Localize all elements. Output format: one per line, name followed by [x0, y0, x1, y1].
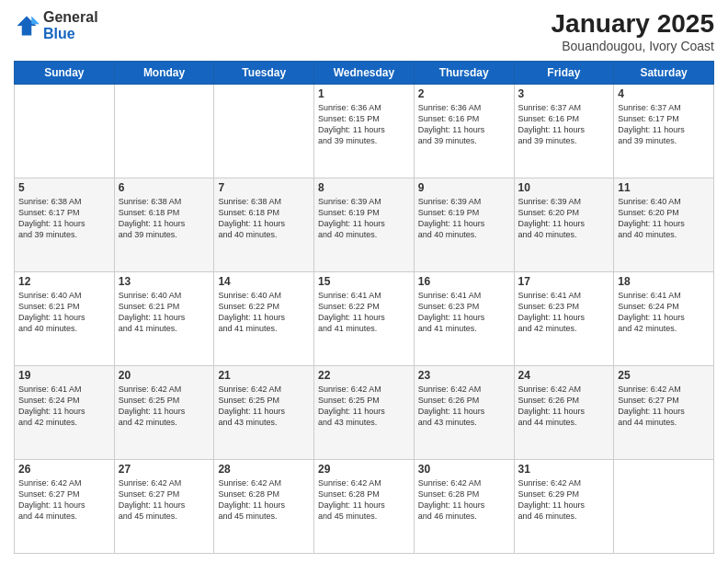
svg-marker-1 — [31, 16, 40, 24]
day-info: Sunrise: 6:42 AM Sunset: 6:27 PM Dayligh… — [618, 384, 710, 429]
day-number: 6 — [119, 181, 210, 194]
day-number: 22 — [318, 369, 410, 382]
calendar-week-2: 5Sunrise: 6:38 AM Sunset: 6:17 PM Daylig… — [15, 178, 714, 272]
day-info: Sunrise: 6:42 AM Sunset: 6:26 PM Dayligh… — [418, 384, 510, 429]
calendar-cell — [214, 85, 314, 178]
calendar-cell: 12Sunrise: 6:40 AM Sunset: 6:21 PM Dayli… — [15, 272, 115, 366]
day-number: 25 — [618, 369, 710, 382]
weekday-header-sunday: Sunday — [15, 62, 115, 85]
calendar-cell: 15Sunrise: 6:41 AM Sunset: 6:22 PM Dayli… — [314, 272, 415, 366]
calendar-location: Bouandougou, Ivory Coast — [552, 39, 714, 53]
page: General Blue January 2025 Bouandougou, I… — [0, 0, 728, 563]
day-number: 11 — [618, 181, 710, 194]
day-number: 28 — [218, 463, 310, 476]
calendar-cell: 31Sunrise: 6:42 AM Sunset: 6:29 PM Dayli… — [514, 460, 614, 554]
day-info: Sunrise: 6:38 AM Sunset: 6:17 PM Dayligh… — [18, 196, 110, 241]
day-info: Sunrise: 6:39 AM Sunset: 6:19 PM Dayligh… — [318, 196, 410, 241]
calendar-cell: 6Sunrise: 6:38 AM Sunset: 6:18 PM Daylig… — [114, 178, 214, 272]
calendar-title: January 2025 — [552, 9, 714, 39]
day-number: 2 — [418, 87, 510, 100]
day-number: 8 — [318, 181, 410, 194]
calendar-cell: 29Sunrise: 6:42 AM Sunset: 6:28 PM Dayli… — [314, 460, 415, 554]
day-info: Sunrise: 6:42 AM Sunset: 6:25 PM Dayligh… — [119, 384, 210, 429]
day-info: Sunrise: 6:37 AM Sunset: 6:17 PM Dayligh… — [618, 102, 710, 147]
day-info: Sunrise: 6:42 AM Sunset: 6:26 PM Dayligh… — [518, 384, 610, 429]
logo-icon — [14, 13, 40, 39]
day-info: Sunrise: 6:40 AM Sunset: 6:21 PM Dayligh… — [18, 290, 110, 335]
header: General Blue January 2025 Bouandougou, I… — [14, 9, 714, 53]
day-number: 1 — [318, 87, 410, 100]
day-info: Sunrise: 6:42 AM Sunset: 6:29 PM Dayligh… — [518, 477, 610, 523]
day-number: 5 — [18, 181, 110, 194]
day-info: Sunrise: 6:39 AM Sunset: 6:20 PM Dayligh… — [518, 196, 610, 241]
day-info: Sunrise: 6:36 AM Sunset: 6:15 PM Dayligh… — [318, 102, 410, 147]
weekday-header-wednesday: Wednesday — [314, 62, 415, 85]
day-number: 30 — [418, 463, 510, 476]
calendar-cell: 8Sunrise: 6:39 AM Sunset: 6:19 PM Daylig… — [314, 178, 415, 272]
day-number: 9 — [418, 181, 510, 194]
day-info: Sunrise: 6:42 AM Sunset: 6:25 PM Dayligh… — [218, 384, 310, 429]
day-number: 10 — [518, 181, 610, 194]
day-info: Sunrise: 6:42 AM Sunset: 6:28 PM Dayligh… — [418, 477, 510, 523]
calendar-cell — [614, 460, 714, 554]
calendar-cell: 22Sunrise: 6:42 AM Sunset: 6:25 PM Dayli… — [314, 366, 415, 460]
day-info: Sunrise: 6:39 AM Sunset: 6:19 PM Dayligh… — [418, 196, 510, 241]
day-info: Sunrise: 6:36 AM Sunset: 6:16 PM Dayligh… — [418, 102, 510, 147]
day-info: Sunrise: 6:41 AM Sunset: 6:24 PM Dayligh… — [618, 290, 710, 335]
calendar-cell: 18Sunrise: 6:41 AM Sunset: 6:24 PM Dayli… — [614, 272, 714, 366]
calendar-cell — [114, 85, 214, 178]
day-info: Sunrise: 6:38 AM Sunset: 6:18 PM Dayligh… — [119, 196, 210, 241]
day-number: 4 — [618, 87, 710, 100]
calendar-cell: 3Sunrise: 6:37 AM Sunset: 6:16 PM Daylig… — [514, 85, 614, 178]
day-info: Sunrise: 6:38 AM Sunset: 6:18 PM Dayligh… — [218, 196, 310, 241]
calendar-cell: 1Sunrise: 6:36 AM Sunset: 6:15 PM Daylig… — [314, 85, 415, 178]
day-number: 12 — [18, 275, 110, 288]
day-info: Sunrise: 6:42 AM Sunset: 6:28 PM Dayligh… — [218, 477, 310, 523]
day-number: 3 — [518, 87, 610, 100]
day-info: Sunrise: 6:40 AM Sunset: 6:20 PM Dayligh… — [618, 196, 710, 241]
calendar-cell: 27Sunrise: 6:42 AM Sunset: 6:27 PM Dayli… — [114, 460, 214, 554]
calendar-cell: 14Sunrise: 6:40 AM Sunset: 6:22 PM Dayli… — [214, 272, 314, 366]
weekday-header-thursday: Thursday — [414, 62, 514, 85]
day-number: 24 — [518, 369, 610, 382]
calendar-week-5: 26Sunrise: 6:42 AM Sunset: 6:27 PM Dayli… — [15, 460, 714, 554]
day-number: 16 — [418, 275, 510, 288]
calendar-cell: 9Sunrise: 6:39 AM Sunset: 6:19 PM Daylig… — [414, 178, 514, 272]
weekday-header-friday: Friday — [514, 62, 614, 85]
title-block: January 2025 Bouandougou, Ivory Coast — [552, 9, 714, 53]
day-number: 18 — [618, 275, 710, 288]
logo-blue: Blue — [43, 26, 98, 42]
day-info: Sunrise: 6:41 AM Sunset: 6:23 PM Dayligh… — [418, 290, 510, 335]
day-number: 7 — [218, 181, 310, 194]
weekday-header-saturday: Saturday — [614, 62, 714, 85]
weekday-header-row: SundayMondayTuesdayWednesdayThursdayFrid… — [15, 62, 714, 85]
day-number: 29 — [318, 463, 410, 476]
day-info: Sunrise: 6:40 AM Sunset: 6:22 PM Dayligh… — [218, 290, 310, 335]
day-number: 26 — [18, 463, 110, 476]
calendar-cell: 26Sunrise: 6:42 AM Sunset: 6:27 PM Dayli… — [15, 460, 115, 554]
day-number: 13 — [119, 275, 210, 288]
calendar-cell: 21Sunrise: 6:42 AM Sunset: 6:25 PM Dayli… — [214, 366, 314, 460]
calendar-cell: 7Sunrise: 6:38 AM Sunset: 6:18 PM Daylig… — [214, 178, 314, 272]
day-number: 20 — [119, 369, 210, 382]
day-number: 17 — [518, 275, 610, 288]
calendar-cell: 20Sunrise: 6:42 AM Sunset: 6:25 PM Dayli… — [114, 366, 214, 460]
day-number: 27 — [119, 463, 210, 476]
calendar-cell: 19Sunrise: 6:41 AM Sunset: 6:24 PM Dayli… — [15, 366, 115, 460]
calendar-cell: 2Sunrise: 6:36 AM Sunset: 6:16 PM Daylig… — [414, 85, 514, 178]
day-number: 15 — [318, 275, 410, 288]
day-info: Sunrise: 6:41 AM Sunset: 6:22 PM Dayligh… — [318, 290, 410, 335]
weekday-header-tuesday: Tuesday — [214, 62, 314, 85]
calendar-cell: 5Sunrise: 6:38 AM Sunset: 6:17 PM Daylig… — [15, 178, 115, 272]
calendar-week-1: 1Sunrise: 6:36 AM Sunset: 6:15 PM Daylig… — [15, 85, 714, 178]
calendar-week-3: 12Sunrise: 6:40 AM Sunset: 6:21 PM Dayli… — [15, 272, 714, 366]
day-info: Sunrise: 6:41 AM Sunset: 6:23 PM Dayligh… — [518, 290, 610, 335]
calendar-cell: 10Sunrise: 6:39 AM Sunset: 6:20 PM Dayli… — [514, 178, 614, 272]
weekday-header-monday: Monday — [114, 62, 214, 85]
calendar-cell: 24Sunrise: 6:42 AM Sunset: 6:26 PM Dayli… — [514, 366, 614, 460]
logo: General Blue — [14, 9, 98, 41]
day-number: 31 — [518, 463, 610, 476]
day-info: Sunrise: 6:42 AM Sunset: 6:28 PM Dayligh… — [318, 477, 410, 523]
day-info: Sunrise: 6:42 AM Sunset: 6:27 PM Dayligh… — [119, 477, 210, 523]
day-number: 19 — [18, 369, 110, 382]
